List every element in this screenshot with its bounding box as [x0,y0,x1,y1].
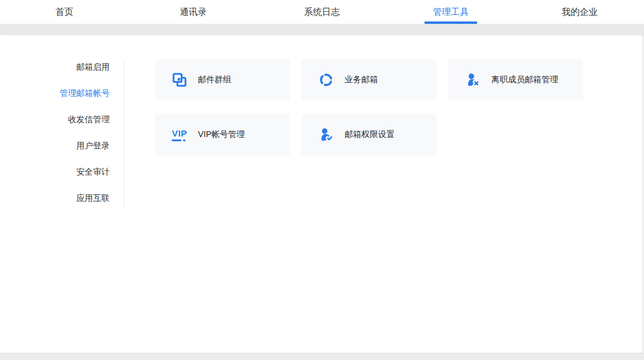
card-label: 业务邮箱 [345,75,378,85]
card-departed-member-mailbox[interactable]: 离职成员邮箱管理 [448,59,583,101]
scrollbar-track[interactable] [642,24,644,360]
top-nav: 首页 通讯录 系统日志 管理工具 我的企业 [0,0,644,24]
tab-label: 管理工具 [433,7,469,18]
card-label: VIP帐号管理 [198,129,245,140]
card-vip-accounts[interactable]: VIP VIP帐号管理 [155,114,290,156]
tab-label: 通讯录 [180,7,207,18]
sidebar-item-user-login[interactable]: 用户登录 [0,141,110,150]
card-label: 邮箱权限设置 [345,129,395,140]
tab-contacts[interactable]: 通讯录 [129,0,258,24]
sidebar-item-app-interconnect[interactable]: 应用互联 [0,194,110,203]
bottom-strip [0,353,644,360]
cycle-icon [318,72,334,88]
vip-icon: VIP [172,127,187,142]
vip-underline [172,139,185,141]
tab-label: 我的企业 [562,7,597,18]
sidebar: 邮箱启用 管理邮箱帐号 收发信管理 用户登录 安全审计 应用互联 [0,63,110,220]
sidebar-item-mail-flow[interactable]: 收发信管理 [0,115,110,124]
tab-label: 首页 [55,7,73,18]
tab-admin-tools[interactable]: 管理工具 [386,0,515,24]
tab-my-enterprise[interactable]: 我的企业 [515,0,644,24]
active-tab-underline [425,21,477,24]
card-label: 邮件群组 [198,75,231,85]
card-business-mailbox[interactable]: 业务邮箱 [302,59,436,101]
tab-label: 系统日志 [304,7,340,18]
sidebar-item-mailbox-enable[interactable]: 邮箱启用 [0,63,110,72]
user-check-icon [318,127,334,142]
card-mail-group[interactable]: 邮件群组 [155,59,290,101]
user-remove-icon [465,72,481,88]
card-mailbox-permissions[interactable]: 邮箱权限设置 [302,114,436,156]
tool-cards: 邮件群组 业务邮箱 [155,59,584,156]
page-band [0,24,644,35]
tab-home[interactable]: 首页 [0,0,129,24]
sidebar-item-security-audit[interactable]: 安全审计 [0,167,110,176]
card-label: 离职成员邮箱管理 [491,75,558,85]
sidebar-item-manage-accounts[interactable]: 管理邮箱帐号 [0,89,110,98]
sidebar-divider [124,59,125,207]
tab-system-logs[interactable]: 系统日志 [258,0,386,24]
vip-text: VIP [172,129,187,138]
content-panel: 邮箱启用 管理邮箱帐号 收发信管理 用户登录 安全审计 应用互联 邮件群组 [0,35,642,353]
mail-group-icon [172,72,187,88]
